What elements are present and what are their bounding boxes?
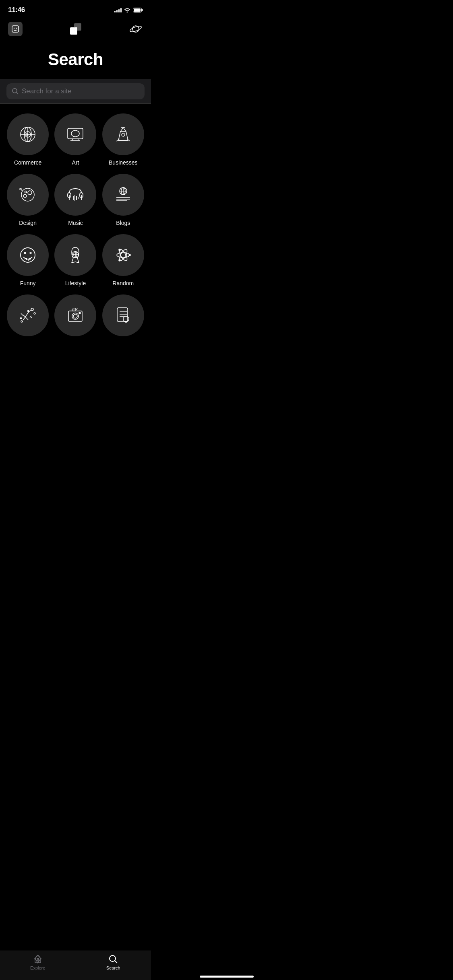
category-docs-circle (102, 294, 144, 336)
svg-point-20 (71, 130, 79, 137)
svg-point-11 (12, 89, 17, 93)
svg-line-12 (17, 93, 19, 95)
category-businesses[interactable]: Businesses (102, 113, 145, 166)
category-tech-circle (7, 294, 49, 336)
svg-rect-3 (12, 26, 19, 32)
svg-rect-8 (74, 27, 77, 31)
category-blogs-label: Blogs (116, 220, 130, 226)
svg-point-32 (28, 191, 32, 195)
svg-point-31 (23, 194, 27, 198)
category-lifestyle-label: Lifestyle (65, 280, 86, 286)
category-design-circle (7, 174, 49, 216)
svg-point-73 (21, 321, 23, 322)
svg-text:$: $ (26, 132, 29, 137)
category-art[interactable]: Art (54, 113, 97, 166)
svg-point-91 (123, 316, 129, 322)
svg-point-66 (117, 253, 130, 257)
svg-point-33 (25, 191, 27, 193)
category-music-circle (54, 174, 96, 216)
category-lifestyle-circle (54, 234, 96, 276)
svg-point-26 (122, 133, 125, 136)
top-nav (0, 18, 151, 43)
svg-point-78 (34, 313, 35, 314)
category-blogs-circle (102, 174, 144, 216)
svg-line-29 (127, 139, 130, 141)
svg-line-86 (77, 308, 77, 310)
signal-icon (114, 8, 122, 12)
svg-point-5 (16, 28, 17, 29)
category-funny-circle (7, 234, 49, 276)
category-commerce-label: Commerce (14, 159, 41, 166)
svg-point-74 (28, 311, 29, 312)
category-art-label: Art (72, 159, 79, 166)
svg-point-4 (14, 28, 14, 29)
category-businesses-circle (102, 113, 144, 155)
svg-point-51 (21, 248, 35, 262)
svg-rect-1 (142, 9, 143, 11)
svg-point-10 (129, 25, 142, 33)
face-icon-button[interactable] (8, 22, 23, 36)
category-design-label: Design (19, 220, 37, 226)
category-funny[interactable]: Funny (6, 234, 49, 286)
category-photo[interactable] (54, 294, 97, 340)
category-funny-label: Funny (20, 280, 36, 286)
category-commerce-circle: $ (7, 113, 49, 155)
svg-point-84 (79, 312, 81, 314)
status-icons (114, 8, 143, 12)
search-placeholder: Search for a site (22, 87, 72, 95)
status-time: 11:46 (8, 6, 25, 14)
category-photo-circle (54, 294, 96, 336)
category-blogs[interactable]: Blogs (102, 174, 145, 226)
svg-line-75 (21, 313, 23, 316)
category-random-label: Random (112, 280, 134, 286)
svg-point-79 (21, 318, 22, 319)
status-bar: 11:46 (0, 0, 151, 18)
svg-rect-2 (134, 8, 141, 12)
category-music[interactable]: Music (54, 174, 97, 226)
category-art-circle (54, 113, 96, 155)
wifi-icon (124, 8, 130, 12)
svg-rect-83 (72, 309, 75, 311)
svg-point-35 (20, 188, 21, 190)
category-lifestyle[interactable]: Lifestyle (54, 234, 97, 286)
app-logo (68, 21, 84, 37)
battery-icon (133, 8, 143, 12)
svg-point-30 (21, 188, 34, 201)
svg-point-82 (73, 314, 77, 318)
page-title: Search (0, 43, 151, 79)
svg-line-77 (31, 317, 32, 318)
svg-point-71 (119, 259, 120, 261)
category-random[interactable]: Random (102, 234, 145, 286)
category-docs[interactable] (102, 294, 145, 340)
planet-icon[interactable] (128, 22, 143, 36)
categories-grid: $ Commerce Art (0, 104, 151, 381)
category-tech[interactable] (6, 294, 49, 340)
svg-line-28 (116, 139, 120, 141)
svg-point-70 (119, 249, 120, 251)
search-bar-container: Search for a site (0, 79, 151, 104)
category-businesses-label: Businesses (109, 159, 138, 166)
category-commerce[interactable]: $ Commerce (6, 113, 49, 166)
search-bar[interactable]: Search for a site (6, 83, 145, 99)
svg-rect-87 (117, 308, 128, 321)
category-music-label: Music (68, 220, 83, 226)
svg-point-69 (129, 254, 130, 256)
search-icon (12, 88, 19, 95)
svg-rect-19 (68, 128, 83, 139)
category-random-circle (102, 234, 144, 276)
category-design[interactable]: Design (6, 174, 49, 226)
